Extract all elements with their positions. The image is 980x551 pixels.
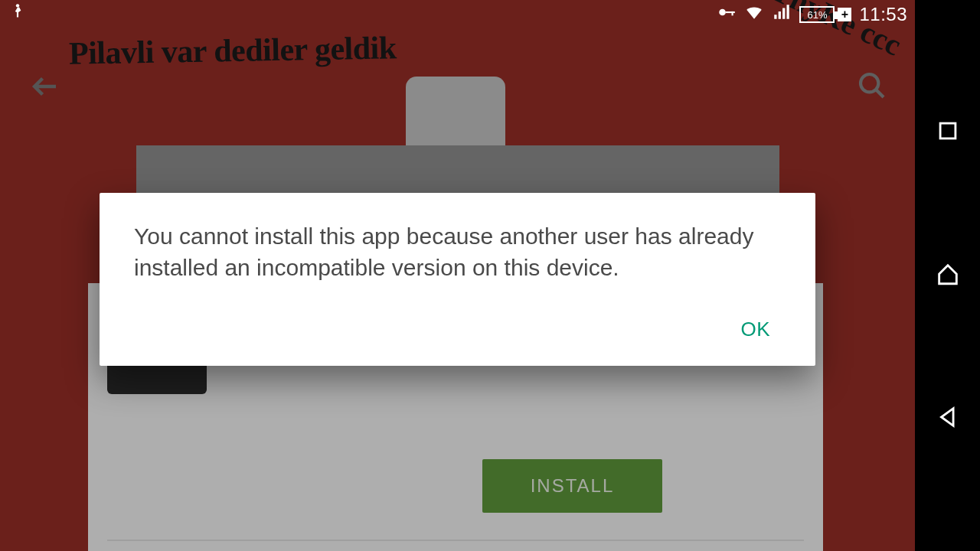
battery-percent: 61%: [799, 6, 835, 23]
svg-point-2: [720, 9, 727, 16]
nav-back-button[interactable]: [935, 404, 961, 433]
running-app-icon: [8, 2, 28, 27]
vpn-key-icon: [717, 2, 737, 27]
error-dialog: You cannot install this app because anot…: [100, 193, 815, 366]
system-nav-bar: [915, 0, 980, 551]
square-icon: [935, 118, 961, 144]
home-outline-icon: [935, 261, 961, 287]
nav-home-button[interactable]: [935, 261, 961, 290]
battery-indicator: 61% +: [799, 6, 851, 23]
nav-recent-button[interactable]: [935, 118, 961, 147]
triangle-back-icon: [935, 404, 961, 430]
device-screen: INSTALL Pilavli var dediler geldik ccc T…: [0, 0, 915, 551]
svg-point-1: [16, 4, 19, 7]
svg-rect-3: [726, 11, 735, 13]
ok-button[interactable]: OK: [730, 310, 781, 349]
ok-button-label: OK: [740, 318, 770, 341]
wifi-icon: [744, 2, 764, 27]
battery-charging-plus-icon: +: [838, 8, 851, 21]
svg-rect-5: [940, 123, 956, 139]
cell-signal-icon: [772, 2, 792, 27]
status-clock: 11:53: [859, 4, 907, 25]
svg-rect-4: [732, 11, 733, 15]
dialog-actions: OK: [134, 310, 781, 349]
status-bar: 61% + 11:53: [0, 0, 915, 29]
dialog-message: You cannot install this app because anot…: [134, 220, 781, 284]
